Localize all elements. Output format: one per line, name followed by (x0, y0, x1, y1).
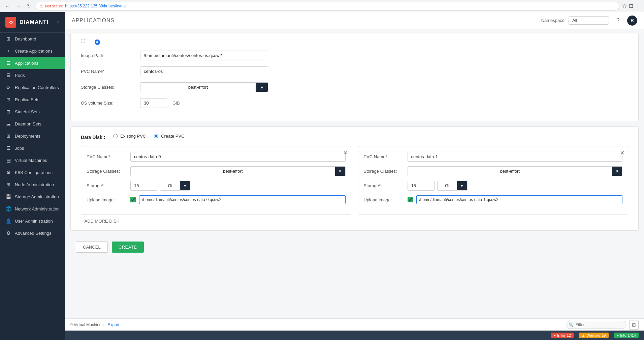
daemon-sets-icon: ☁ (5, 121, 11, 126)
panel2-pvc-name-label: PVC Name*: (364, 154, 404, 159)
sidebar-item-label: User Administration (15, 219, 53, 224)
panel1-storage-unit-select[interactable]: Gi ▾ (160, 181, 190, 191)
panel2-storage-classes-dropdown-btn[interactable]: ▾ (612, 167, 622, 176)
pvc-name-label: PVC Name*: (81, 69, 135, 74)
namespace-select-wrapper[interactable]: All (569, 16, 609, 25)
panel2-storage-classes-row: Storage Classes: best-effort ▾ (364, 166, 623, 176)
storage-classes-dropdown-btn[interactable]: ▾ (256, 83, 268, 92)
sidebar-item-stateful-sets[interactable]: ⊡ Stateful Sets (0, 106, 65, 118)
panel2-upload-path-input[interactable] (416, 195, 623, 204)
panel-2-close-button[interactable]: ✕ (620, 150, 624, 156)
os-create-pvc-indicator (95, 39, 100, 45)
advanced-settings-icon: ⚙ (5, 230, 11, 236)
panel-1-close-button[interactable]: ✕ (343, 150, 348, 156)
sidebar-item-advanced-settings[interactable]: ⚙ Advanced Settings (0, 227, 65, 239)
panel2-upload-checkbox[interactable] (408, 197, 413, 202)
error-badge[interactable]: ● Error 12 (551, 333, 573, 338)
sidebar-item-virtual-machines[interactable]: ▤ Virtual Machines (0, 154, 65, 166)
sidebar-item-user-administration[interactable]: 👤 User Administration (0, 215, 65, 227)
pvc-name-input[interactable] (140, 66, 268, 76)
info-badge[interactable]: ● Info 1414 (614, 333, 639, 338)
panel1-storage-unit-dropdown-btn[interactable]: ▾ (180, 181, 190, 190)
sidebar-item-dashboard[interactable]: ⊞ Dashboard (0, 33, 65, 45)
panel1-upload-controls (130, 195, 346, 204)
error-label: Error (557, 333, 565, 337)
extensions-icon[interactable]: ⊡ (629, 3, 633, 9)
header-right: Namespace All ? R (541, 16, 637, 26)
panel2-pvc-name-input[interactable] (408, 152, 623, 162)
cancel-button[interactable]: CANCEL (76, 242, 108, 253)
menu-icon[interactable]: ⋮ (635, 3, 641, 9)
sidebar-item-node-administration[interactable]: ⊞ Node Administration (0, 178, 65, 191)
panel1-upload-path-input[interactable] (139, 195, 346, 204)
sidebar-item-label: K8S Configurations (15, 170, 53, 175)
help-button[interactable]: ? (613, 16, 623, 26)
export-link[interactable]: Export (108, 322, 120, 327)
sidebar-item-applications[interactable]: ☰ Applications (0, 57, 65, 69)
sidebar-item-storage-administration[interactable]: 💾 Storage Administration (0, 191, 65, 203)
create-pvc-label: Create PVC (161, 134, 184, 139)
namespace-select[interactable]: All (569, 16, 609, 25)
storage-classes-select[interactable]: best-effort ▾ (140, 82, 268, 92)
sidebar-item-network-administration[interactable]: 🌐 Network Administration (0, 203, 65, 215)
namespace-label: Namespace (541, 18, 565, 23)
sidebar-item-label: Dashboard (15, 36, 36, 41)
storage-classes-value: best-effort (140, 83, 256, 92)
browser-bar: ← → ↻ ⚠ Not secure https://35.222.135.88… (0, 0, 644, 12)
sidebar-item-k8s-configurations[interactable]: ⚙ K8S Configurations (0, 166, 65, 178)
avatar[interactable]: R (627, 16, 637, 26)
panel2-storage-row: Storage*: Gi ▾ (364, 181, 623, 191)
panel1-pvc-name-label: PVC Name*: (87, 154, 127, 159)
panel2-storage-input[interactable] (408, 181, 434, 191)
network-administration-icon: 🌐 (5, 206, 11, 211)
create-button[interactable]: CREATE (112, 242, 144, 253)
info-icon: ● (617, 333, 619, 337)
warning-badge[interactable]: ▲ Warning 19 (579, 333, 609, 338)
panel1-storage-classes-select[interactable]: best-effort ▾ (130, 166, 346, 176)
reload-button[interactable]: ↻ (25, 2, 33, 10)
sidebar-item-label: Deployments (15, 134, 40, 139)
grid-view-button[interactable]: ⊞ (629, 320, 639, 330)
panel1-storage-row: Storage*: Gi ▾ (87, 181, 346, 191)
applications-icon: ☰ (5, 60, 11, 66)
sidebar-item-label: Create Applications (15, 49, 53, 54)
url-text: https://35.222.135.88/kubes/kvms (65, 4, 125, 8)
panel1-storage-classes-row: Storage Classes: best-effort ▾ (87, 166, 346, 176)
panel1-storage-input[interactable] (130, 181, 157, 191)
panel1-upload-checkbox[interactable] (130, 197, 136, 202)
sidebar-item-label: Storage Administration (15, 194, 59, 199)
sidebar-item-label: Jobs (15, 146, 24, 151)
sidebar-menu-icon[interactable]: ≡ (57, 19, 60, 25)
filter-input[interactable] (566, 321, 626, 329)
sidebar-item-jobs[interactable]: ☰ Jobs (0, 142, 65, 154)
panel1-storage-classes-dropdown-btn[interactable]: ▾ (335, 167, 345, 176)
deployments-icon: ⊞ (5, 133, 11, 139)
sidebar-item-deployments[interactable]: ⊞ Deployments (0, 130, 65, 142)
os-existing-pvc-radio[interactable] (81, 39, 88, 43)
sidebar-item-daemon-sets[interactable]: ☁ Daemon Sets (0, 118, 65, 130)
panel2-storage-unit-select[interactable]: Gi ▾ (437, 181, 468, 191)
forward-button[interactable]: → (14, 2, 22, 10)
warning-label: Warning (587, 333, 601, 337)
sidebar-item-replica-sets[interactable]: ⊡ Replica Sets (0, 93, 65, 106)
back-button[interactable]: ← (3, 2, 11, 10)
address-bar[interactable]: ⚠ Not secure https://35.222.135.88/kubes… (36, 2, 619, 10)
os-volume-size-unit: GiB (172, 101, 180, 106)
panel1-storage-classes-value: best-effort (131, 167, 335, 176)
dashboard-icon: ⊞ (5, 36, 11, 41)
add-disk-link[interactable]: + ADD MORE DISK (81, 219, 120, 224)
existing-pvc-radio[interactable]: Existing PVC (113, 134, 146, 139)
os-volume-section: Image Path: PVC Name*: Storage Classes: … (70, 33, 639, 121)
data-disk-title: Data Disk : Existing PVC Create PVC (81, 134, 628, 141)
create-pvc-radio[interactable]: Create PVC (154, 134, 184, 139)
sidebar-item-pods[interactable]: ☰ Pods (0, 69, 65, 81)
os-volume-size-input[interactable] (140, 98, 167, 108)
panel2-storage-classes-select[interactable]: best-effort ▾ (408, 166, 623, 176)
image-path-input[interactable] (140, 51, 268, 60)
sidebar-item-create-applications[interactable]: + Create Applications (0, 45, 65, 57)
panel1-pvc-name-input[interactable] (130, 152, 346, 162)
bookmark-icon[interactable]: ☆ (622, 3, 627, 9)
sidebar-item-label: Daemon Sets (15, 121, 41, 126)
panel2-storage-unit-dropdown-btn[interactable]: ▾ (457, 181, 467, 190)
sidebar-item-replication-controllers[interactable]: ⟳ Replication Controllers (0, 81, 65, 93)
